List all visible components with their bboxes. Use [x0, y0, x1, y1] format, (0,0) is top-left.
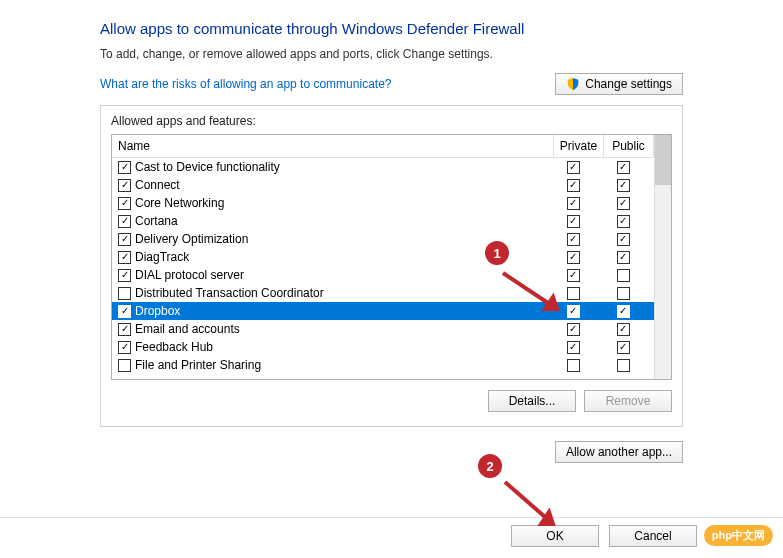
allowed-checkbox[interactable] — [118, 251, 131, 264]
app-name: Email and accounts — [135, 322, 240, 336]
app-name: DIAL protocol server — [135, 268, 244, 282]
allowed-checkbox[interactable] — [118, 323, 131, 336]
app-name: DiagTrack — [135, 250, 189, 264]
allowed-checkbox[interactable] — [118, 305, 131, 318]
public-checkbox[interactable] — [617, 269, 630, 282]
table-row[interactable]: DIAL protocol server — [112, 266, 654, 284]
apps-list[interactable]: Name Private Public Cast to Device funct… — [112, 135, 654, 379]
page-title: Allow apps to communicate through Window… — [100, 20, 683, 37]
app-name: Dropbox — [135, 304, 180, 318]
table-row[interactable]: Cast to Device functionality — [112, 158, 654, 176]
private-checkbox[interactable] — [567, 233, 580, 246]
app-name: Connect — [135, 178, 180, 192]
private-checkbox[interactable] — [567, 269, 580, 282]
public-checkbox[interactable] — [617, 305, 630, 318]
app-name: Core Networking — [135, 196, 224, 210]
list-header: Name Private Public — [112, 135, 654, 158]
table-row[interactable]: Dropbox — [112, 302, 654, 320]
cancel-button[interactable]: Cancel — [609, 525, 697, 547]
allowed-checkbox[interactable] — [118, 287, 131, 300]
ok-button[interactable]: OK — [511, 525, 599, 547]
public-checkbox[interactable] — [617, 251, 630, 264]
app-name: Distributed Transaction Coordinator — [135, 286, 324, 300]
table-row[interactable]: Feedback Hub — [112, 338, 654, 356]
watermark: php中文网 — [704, 525, 773, 546]
remove-button: Remove — [584, 390, 672, 412]
public-checkbox[interactable] — [617, 215, 630, 228]
private-checkbox[interactable] — [567, 215, 580, 228]
private-checkbox[interactable] — [567, 179, 580, 192]
public-checkbox[interactable] — [617, 287, 630, 300]
public-checkbox[interactable] — [617, 359, 630, 372]
change-settings-label: Change settings — [585, 77, 672, 91]
app-name: Feedback Hub — [135, 340, 213, 354]
table-row[interactable]: DiagTrack — [112, 248, 654, 266]
table-row[interactable]: Cortana — [112, 212, 654, 230]
public-checkbox[interactable] — [617, 197, 630, 210]
allowed-checkbox[interactable] — [118, 161, 131, 174]
svg-marker-3 — [541, 512, 553, 524]
allowed-checkbox[interactable] — [118, 197, 131, 210]
scrollbar-thumb[interactable] — [655, 135, 671, 185]
group-label: Allowed apps and features: — [111, 114, 672, 128]
allowed-checkbox[interactable] — [118, 341, 131, 354]
table-row[interactable]: Distributed Transaction Coordinator — [112, 284, 654, 302]
app-name: Cast to Device functionality — [135, 160, 280, 174]
private-checkbox[interactable] — [567, 359, 580, 372]
allowed-checkbox[interactable] — [118, 233, 131, 246]
allowed-checkbox[interactable] — [118, 179, 131, 192]
allowed-checkbox[interactable] — [118, 269, 131, 282]
col-public[interactable]: Public — [604, 135, 654, 157]
public-checkbox[interactable] — [617, 341, 630, 354]
public-checkbox[interactable] — [617, 161, 630, 174]
table-row[interactable]: Connect — [112, 176, 654, 194]
page-description: To add, change, or remove allowed apps a… — [100, 47, 683, 61]
app-name: File and Printer Sharing — [135, 358, 261, 372]
table-row[interactable]: Delivery Optimization — [112, 230, 654, 248]
change-settings-button[interactable]: Change settings — [555, 73, 683, 95]
allowed-checkbox[interactable] — [118, 215, 131, 228]
public-checkbox[interactable] — [617, 323, 630, 336]
private-checkbox[interactable] — [567, 287, 580, 300]
private-checkbox[interactable] — [567, 341, 580, 354]
col-name[interactable]: Name — [112, 135, 554, 157]
scrollbar[interactable] — [654, 135, 671, 379]
private-checkbox[interactable] — [567, 197, 580, 210]
table-row[interactable]: Email and accounts — [112, 320, 654, 338]
allow-another-app-button[interactable]: Allow another app... — [555, 441, 683, 463]
allowed-apps-group: Allowed apps and features: Name Private … — [100, 105, 683, 427]
public-checkbox[interactable] — [617, 233, 630, 246]
table-row[interactable]: Core Networking — [112, 194, 654, 212]
private-checkbox[interactable] — [567, 323, 580, 336]
private-checkbox[interactable] — [567, 161, 580, 174]
table-row[interactable]: File and Printer Sharing — [112, 356, 654, 374]
risk-link[interactable]: What are the risks of allowing an app to… — [100, 77, 391, 91]
private-checkbox[interactable] — [567, 251, 580, 264]
app-name: Delivery Optimization — [135, 232, 248, 246]
app-name: Cortana — [135, 214, 178, 228]
details-button[interactable]: Details... — [488, 390, 576, 412]
private-checkbox[interactable] — [567, 305, 580, 318]
col-private[interactable]: Private — [554, 135, 604, 157]
public-checkbox[interactable] — [617, 179, 630, 192]
divider — [0, 517, 783, 518]
allowed-checkbox[interactable] — [118, 359, 131, 372]
shield-icon — [566, 77, 580, 91]
